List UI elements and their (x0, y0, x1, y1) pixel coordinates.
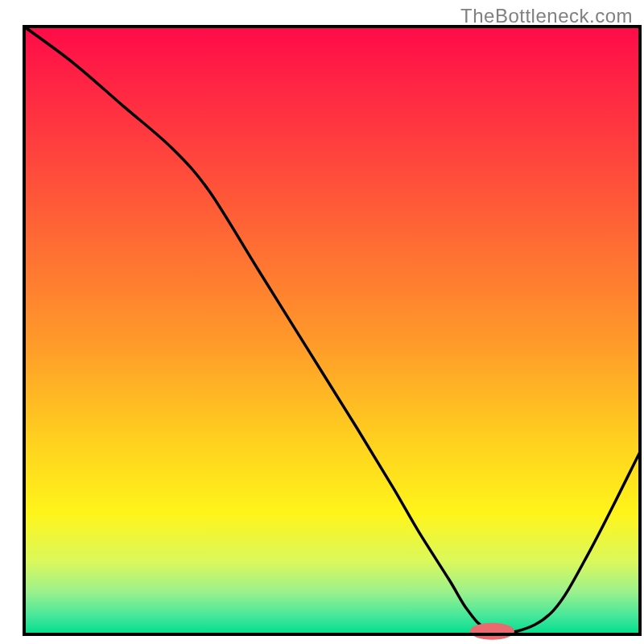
bottleneck-chart (0, 0, 644, 644)
chart-container: TheBottleneck.com (0, 0, 644, 644)
plot-background (24, 27, 640, 634)
curve-min-marker (470, 623, 514, 640)
